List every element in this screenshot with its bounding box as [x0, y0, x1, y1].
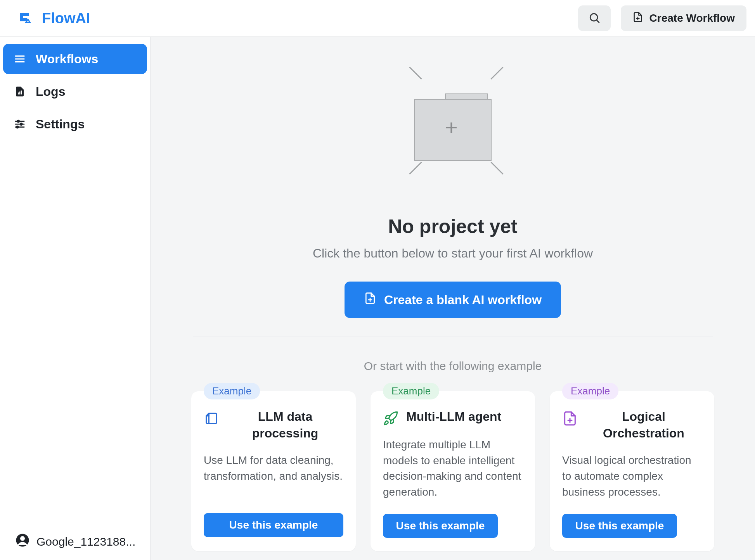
use-example-button[interactable]: Use this example	[204, 513, 343, 537]
empty-folder-illustration: +	[398, 64, 507, 173]
sidebar: Workflows Logs	[0, 37, 151, 560]
menu-icon	[13, 52, 26, 66]
example-card-multi-llm-agent: Example Multi-LLM agent Integrat	[371, 391, 535, 551]
section-divider	[193, 337, 713, 337]
file-plus-icon	[364, 292, 376, 308]
main-content: + No project yet Click the button below …	[151, 37, 755, 560]
empty-state-subtitle: Click the button below to start your fir…	[313, 246, 593, 261]
example-title: Logical Orchestration	[585, 408, 702, 442]
example-badge: Example	[562, 383, 618, 399]
svg-rect-10	[21, 91, 22, 95]
svg-point-14	[20, 123, 22, 125]
create-blank-workflow-button[interactable]: Create a blank AI workflow	[345, 282, 561, 318]
sidebar-nav: Workflows Logs	[3, 44, 147, 139]
sidebar-user[interactable]: Google_1123188...	[3, 526, 147, 557]
sidebar-item-settings[interactable]: Settings	[3, 109, 147, 139]
svg-point-12	[17, 120, 19, 122]
example-description: Visual logical orchestration to automate…	[562, 453, 702, 500]
example-description: Integrate multiple LLM models to enable …	[383, 437, 523, 500]
example-title: LLM data processing	[227, 408, 343, 442]
brand-name: FlowAI	[42, 10, 90, 27]
user-avatar-icon	[16, 533, 29, 550]
examples-intro: Or start with the following example	[364, 360, 542, 373]
use-example-button[interactable]: Use this example	[562, 514, 677, 538]
empty-state-title: No project yet	[388, 215, 517, 238]
example-description: Use LLM for data cleaning, transformatio…	[204, 453, 343, 499]
brand-logo-icon	[16, 9, 35, 28]
sidebar-item-label: Settings	[36, 117, 85, 131]
create-blank-workflow-label: Create a blank AI workflow	[384, 293, 542, 307]
example-cards: Example LLM data processing Use LLM for …	[191, 391, 714, 551]
example-badge: Example	[383, 383, 439, 399]
create-workflow-button[interactable]: Create Workflow	[621, 5, 746, 31]
use-example-button[interactable]: Use this example	[383, 514, 498, 538]
example-card-logical-orchestration: Example Logical Orchestration Visual log…	[550, 391, 714, 551]
header-actions: Create Workflow	[578, 5, 746, 31]
svg-rect-8	[18, 93, 19, 95]
example-title: Multi-LLM agent	[406, 408, 523, 425]
file-plus-icon	[562, 411, 578, 426]
file-plus-icon	[632, 12, 643, 25]
file-chart-icon	[13, 85, 26, 98]
create-workflow-label: Create Workflow	[649, 12, 735, 24]
svg-point-16	[16, 126, 18, 128]
app-header: FlowAI Create Workflow	[0, 0, 755, 37]
sidebar-user-name: Google_1123188...	[36, 535, 135, 548]
example-card-llm-data-processing: Example LLM data processing Use LLM for …	[191, 391, 356, 551]
svg-line-2	[596, 20, 599, 22]
sidebar-item-workflows[interactable]: Workflows	[3, 44, 147, 74]
rocket-icon	[383, 411, 398, 426]
search-icon	[588, 12, 601, 25]
sliders-icon	[13, 118, 26, 131]
brand[interactable]: FlowAI	[16, 9, 90, 28]
svg-rect-9	[19, 92, 21, 95]
sidebar-item-label: Workflows	[36, 52, 98, 66]
svg-point-18	[20, 536, 25, 541]
search-button[interactable]	[578, 5, 611, 31]
example-badge: Example	[204, 383, 260, 399]
sidebar-item-logs[interactable]: Logs	[3, 76, 147, 107]
sidebar-item-label: Logs	[36, 85, 65, 99]
sheets-icon	[204, 411, 219, 426]
